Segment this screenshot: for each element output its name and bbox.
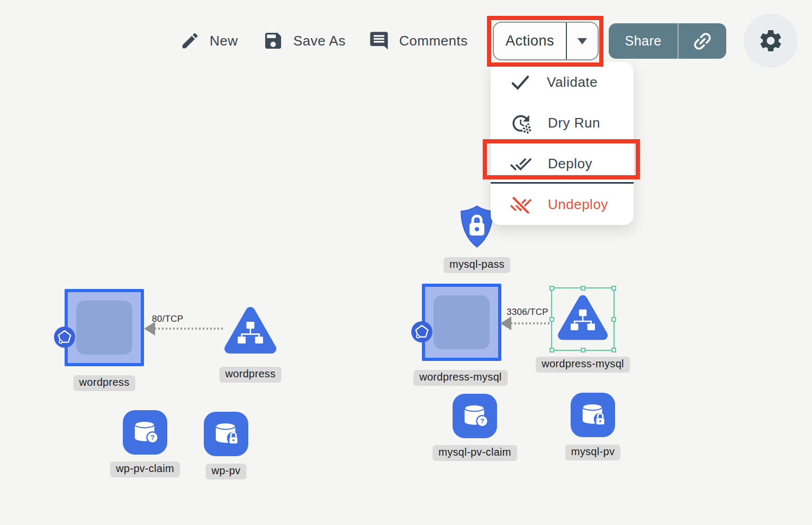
link-icon: [691, 30, 714, 53]
edge-arrowhead: [500, 316, 511, 330]
node-label-secret: mysql-pass: [444, 257, 510, 273]
menu-item-validate[interactable]: Validate: [491, 62, 634, 103]
pod-inner-square: [76, 301, 132, 355]
node-label-service-wordpress: wordpress: [220, 367, 282, 383]
save-as-button[interactable]: Save As: [263, 29, 346, 52]
menu-item-deploy-label: Deploy: [548, 156, 592, 172]
share-button-label[interactable]: Share: [609, 23, 678, 59]
storage-lock-icon[interactable]: [204, 412, 248, 456]
new-button[interactable]: New: [180, 29, 238, 52]
node-label-pvc-wp: wp-pv-claim: [110, 461, 180, 477]
node-label-pv-mysql: mysql-pv: [565, 445, 620, 460]
dry-run-icon: [510, 112, 532, 134]
actions-dropdown-toggle[interactable]: [566, 23, 598, 59]
menu-item-undeploy-label: Undeploy: [548, 196, 608, 213]
resize-handle-e[interactable]: [611, 317, 616, 322]
storage-lock-icon[interactable]: [571, 393, 615, 437]
menu-divider: [491, 182, 634, 184]
edge-wordpress-service[interactable]: [155, 328, 224, 330]
actions-button-label[interactable]: Actions: [494, 23, 566, 59]
gear-icon: [757, 28, 784, 54]
pod-inner-square: [434, 295, 490, 349]
actions-button[interactable]: Actions: [493, 22, 599, 60]
resize-handle-se[interactable]: [611, 348, 616, 352]
double-check-slash-icon: [510, 194, 532, 216]
pod-icon: [54, 327, 75, 348]
deployment-node-wordpress[interactable]: [65, 289, 144, 366]
double-check-icon: [510, 153, 532, 175]
save-icon: [263, 30, 284, 51]
deployment-node-wordpress-mysql[interactable]: [422, 284, 501, 361]
menu-item-validate-label: Validate: [547, 74, 598, 90]
comments-button-label: Comments: [399, 33, 468, 49]
edge-mysql-service[interactable]: [511, 322, 552, 324]
edge-arrowhead: [144, 322, 155, 336]
storage-question-icon[interactable]: [453, 394, 497, 438]
edge-label-3306-tcp: 3306/TCP: [507, 307, 548, 318]
actions-menu: Validate Dry Run Deploy Undeploy: [491, 62, 634, 225]
menu-item-deploy[interactable]: Deploy: [491, 143, 634, 184]
node-label-deployment-wordpress: wordpress: [74, 375, 136, 391]
app-canvas-screen: New Save As Comments Actions Share Valid…: [0, 0, 812, 525]
menu-item-dry-run[interactable]: Dry Run: [491, 103, 634, 143]
selection-box[interactable]: [551, 287, 615, 351]
resize-handle-w[interactable]: [549, 317, 554, 322]
resize-handle-ne[interactable]: [611, 286, 616, 291]
copy-link-button[interactable]: [678, 23, 726, 59]
resize-handle-s[interactable]: [581, 348, 585, 352]
resize-handle-n[interactable]: [581, 286, 585, 291]
save-as-button-label: Save As: [293, 33, 346, 49]
node-label-service-wordpress-mysql: wordpress-mysql: [536, 357, 630, 373]
pod-icon: [411, 321, 432, 342]
check-icon: [510, 72, 531, 93]
storage-question-icon[interactable]: [123, 410, 167, 455]
comments-icon: [368, 30, 390, 51]
service-icon[interactable]: [224, 304, 277, 357]
node-label-pv-wp: wp-pv: [206, 464, 247, 479]
menu-item-dry-run-label: Dry Run: [548, 115, 600, 131]
node-label-deployment-wordpress-mysql: wordpress-mysql: [413, 370, 508, 386]
pencil-icon: [180, 31, 200, 51]
caret-down-icon: [578, 38, 587, 44]
node-label-pvc-mysql: mysql-pv-claim: [432, 445, 517, 461]
settings-button[interactable]: [744, 14, 798, 68]
menu-item-undeploy[interactable]: Undeploy: [491, 184, 634, 225]
resize-handle-sw[interactable]: [549, 348, 554, 352]
resize-handle-nw[interactable]: [549, 286, 554, 291]
share-button[interactable]: Share: [609, 23, 726, 59]
new-button-label: New: [210, 33, 238, 49]
comments-button[interactable]: Comments: [368, 29, 468, 52]
edge-label-80-tcp: 80/TCP: [152, 314, 183, 324]
